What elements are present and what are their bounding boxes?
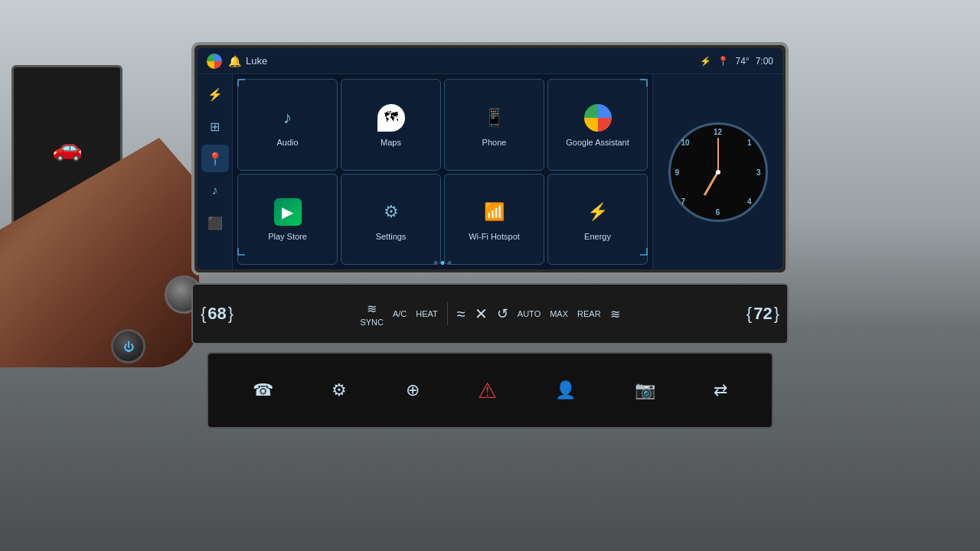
clock-6: 6 [716,208,720,217]
grid-corner-tr [640,79,648,86]
energy-icon: ⚡ [583,197,613,227]
app-wifi-hotspot[interactable]: 📶 Wi-Fi Hotspot [444,174,544,266]
analog-clock: 12 1 3 4 6 7 9 10 [668,122,768,222]
sidebar-item-grid[interactable]: ⊞ [201,112,229,140]
clock-center [716,170,720,174]
status-bar: 🔔 Luke ⚡ 📍 74° 7:00 [198,48,782,74]
right-temp-display: { 72 } [746,304,779,324]
app-google-assistant[interactable]: Google Assistant [547,79,648,171]
left-bracket-close: } [228,304,234,324]
app-play-store[interactable]: ▶ Play Store [237,174,338,266]
bottom-controls: ☎ ⚙ ⊕ ⚠ 👤 📷 ⇄ [207,352,773,429]
clock-9: 9 [675,168,680,176]
climate-unit: { 68 } ≋SYNC A/C HEAT ≈ ✕ ↺ AUTO MAX REA… [191,283,789,344]
right-bracket-open: { [746,304,752,324]
left-temp: 68 [207,304,226,324]
google-assistant-label: Google Assistant [566,138,629,147]
dot-2 [441,261,445,265]
clock-4: 4 [747,197,752,206]
app-grid-area: ♪ Audio 🗺 Maps 📱 Phone [233,74,652,269]
settings-icon: ⚙ [376,197,407,227]
status-right: ⚡ 📍 74° 7:00 [700,56,773,67]
sidebar-item-quick[interactable]: ⚡ [201,80,229,108]
climate-intensity-icon[interactable]: ≋ [610,307,620,321]
audio-label: Audio [276,138,298,147]
bottom-share-btn[interactable]: ⇄ [714,380,727,400]
user-info: 🔔 Luke [228,55,267,67]
sidebar-item-map[interactable]: 📍 [201,145,229,172]
bottom-hazard-btn[interactable]: ⚠ [478,378,497,403]
app-settings[interactable]: ⚙ Settings [341,174,441,266]
bottom-nav-btn[interactable]: ⊕ [406,380,420,400]
cluster-icon: 🚗 [52,133,83,162]
phone-icon: 📱 [479,103,510,133]
sidebar: ⚡ ⊞ 📍 ♪ ⬛ [198,74,233,269]
dot-3 [448,261,452,265]
clock-area: 12 1 3 4 6 7 9 10 [652,74,782,269]
app-audio[interactable]: ♪ Audio [237,79,338,171]
settings-label: Settings [376,232,407,241]
clock-face: 12 1 3 4 6 7 9 10 [668,122,768,222]
grid-corner-bl [237,248,245,256]
wifi-label: Wi-Fi Hotspot [469,232,520,241]
app-energy[interactable]: ⚡ Energy [547,174,648,266]
climate-controls: ≋SYNC A/C HEAT ≈ ✕ ↺ AUTO MAX REAR ≋ [240,302,740,327]
infotainment-unit: 🔔 Luke ⚡ 📍 74° 7:00 ⚡ ⊞ 📍 ♪ ⬛ [191,42,789,276]
main-screen: 🔔 Luke ⚡ 📍 74° 7:00 ⚡ ⊞ 📍 ♪ ⬛ [198,48,782,269]
time-display: 7:00 [756,56,773,67]
climate-defrost-icon[interactable]: ≈ [457,305,466,323]
climate-auto-btn[interactable]: AUTO [518,309,541,318]
bottom-settings-btn[interactable]: ⚙ [332,380,347,400]
clock-7: 7 [681,197,686,206]
bottom-person-btn[interactable]: 👤 [555,380,576,400]
bottom-camera-btn[interactable]: 📷 [635,380,655,400]
climate-rear-btn[interactable]: REAR [577,309,601,318]
location-icon: 📍 [717,56,729,67]
scroll-dots [434,261,452,265]
bell-icon: 🔔 [228,55,241,67]
climate-ac-btn[interactable]: A/C [393,309,407,318]
hour-hand [704,171,719,196]
google-icon [207,54,222,69]
left-temp-display: { 68 } [201,304,234,324]
climate-max-btn[interactable]: MAX [550,309,568,318]
user-name: Luke [246,55,267,67]
audio-icon: ♪ [273,103,303,133]
minute-hand [717,138,719,172]
power-button[interactable]: ⏻ [111,329,145,364]
app-phone[interactable]: 📱 Phone [444,79,544,171]
grid-corner-tl [237,79,245,86]
climate-fan-icon[interactable]: ≋SYNC [360,302,384,327]
sidebar-item-screen[interactable]: ⬛ [201,209,229,236]
play-store-label: Play Store [268,232,307,241]
right-temp: 72 [753,304,772,324]
climate-recirc-btn[interactable]: ↺ [497,305,508,322]
climate-divider-1 [447,302,448,325]
maps-icon: 🗺 [376,103,407,133]
clock-12: 12 [714,128,722,136]
google-assistant-icon [583,103,613,133]
climate-fan-btn[interactable]: ✕ [475,305,488,323]
app-grid: ♪ Audio 🗺 Maps 📱 Phone [237,79,648,265]
clock-10: 10 [681,139,690,147]
content-area: ⚡ ⊞ 📍 ♪ ⬛ ♪ Audio [198,74,782,269]
bluetooth-icon: ⚡ [700,56,711,67]
phone-label: Phone [482,138,507,147]
wifi-icon: 📶 [479,197,510,227]
grid-corner-br [640,248,648,256]
temperature-display: 74° [735,56,749,67]
sidebar-item-music[interactable]: ♪ [201,177,229,204]
energy-label: Energy [584,232,611,241]
climate-heat-btn[interactable]: HEAT [416,309,438,318]
app-maps[interactable]: 🗺 Maps [341,79,441,171]
maps-label: Maps [381,138,401,147]
clock-1: 1 [747,139,752,147]
dot-1 [434,261,438,265]
right-bracket-close: } [774,304,779,324]
play-store-icon: ▶ [273,197,303,227]
left-bracket-open: { [201,304,206,324]
clock-3: 3 [756,168,761,176]
bottom-phone-btn[interactable]: ☎ [253,380,273,400]
